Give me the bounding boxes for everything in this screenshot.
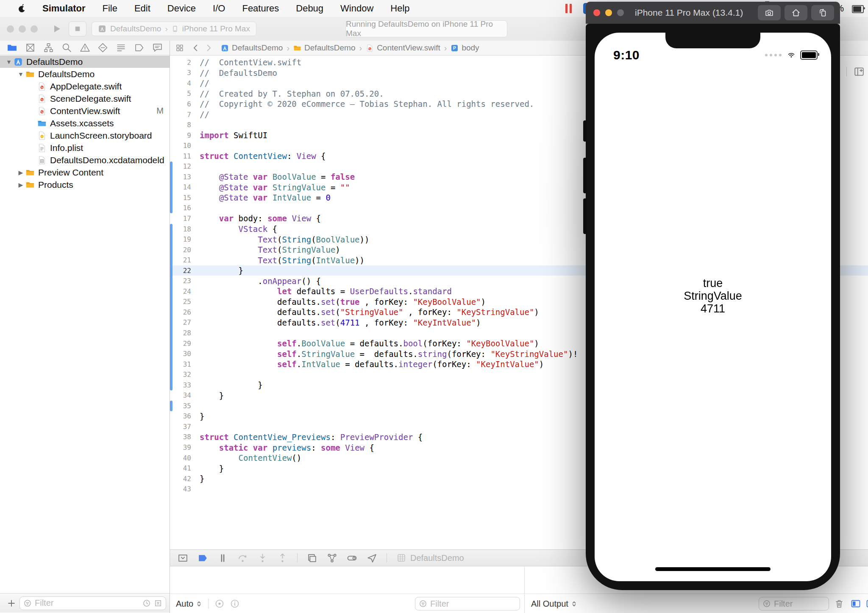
menu-item-edit[interactable]: Edit [134, 3, 150, 14]
menu-item-i-o[interactable]: I/O [213, 3, 225, 14]
menu-item-device[interactable]: Device [167, 3, 196, 14]
console-scope-button[interactable]: All Output [531, 599, 577, 609]
line-number[interactable]: 3 [170, 69, 197, 77]
sidebar-item-assets-xcassets[interactable]: Assets.xcassets [0, 117, 170, 129]
line-number[interactable]: 12 [170, 162, 197, 170]
line-number[interactable]: 21 [170, 256, 197, 264]
line-number[interactable]: 15 [170, 194, 197, 202]
iphone-screen[interactable]: 9:10 trueStringValue4711 [595, 33, 831, 581]
sidebar-item-appdelegate-swift[interactable]: AppDelegate.swift [0, 80, 170, 92]
line-number[interactable]: 33 [170, 381, 197, 389]
sidebar-item-defaultsdemo[interactable]: ▼DefaultsDemo [0, 68, 170, 80]
breadcrumb-item-contentview-swift[interactable]: ContentView.swift [366, 43, 440, 53]
navigator-tab-tests-icon[interactable] [97, 42, 108, 53]
scheme-selector[interactable]: DefaultsDemo › iPhone 11 Pro Max [92, 22, 256, 36]
environment-overrides-button[interactable] [347, 553, 357, 563]
variables-scope-button[interactable]: Auto [176, 599, 202, 609]
line-number[interactable]: 39 [170, 443, 197, 451]
line-number[interactable]: 36 [170, 412, 197, 420]
line-number[interactable]: 29 [170, 340, 197, 348]
line-number[interactable]: 26 [170, 308, 197, 316]
debug-view-hierarchy-button[interactable] [307, 553, 317, 563]
line-number[interactable]: 32 [170, 371, 197, 379]
line-number[interactable]: 18 [170, 225, 197, 233]
pause-execution-button[interactable] [217, 553, 228, 563]
line-number[interactable]: 8 [170, 121, 197, 129]
disclosure-triangle[interactable]: ▶ [16, 181, 25, 188]
sidebar-item-preview-content[interactable]: ▶Preview Content [0, 166, 170, 178]
line-number[interactable]: 35 [170, 402, 197, 410]
line-number[interactable]: 7 [170, 111, 197, 119]
simulator-window-controls[interactable] [593, 9, 629, 16]
toggle-console-button[interactable] [865, 599, 868, 609]
line-number[interactable]: 30 [170, 350, 197, 358]
run-button[interactable] [48, 22, 65, 36]
line-number[interactable]: 9 [170, 131, 197, 139]
line-number[interactable]: 40 [170, 454, 197, 462]
navigator-tab-symbols-icon[interactable] [43, 42, 54, 53]
navigator-tab-issues-icon[interactable] [80, 42, 90, 53]
line-number[interactable]: 38 [170, 433, 197, 441]
line-number[interactable]: 2 [170, 59, 197, 67]
line-number[interactable]: 43 [170, 485, 197, 493]
add-editor-icon[interactable] [854, 66, 865, 77]
home-button[interactable] [785, 5, 807, 20]
menu-item-window[interactable]: Window [340, 3, 373, 14]
disclosure-triangle[interactable]: ▼ [16, 71, 25, 78]
navigator-tab-debug-icon[interactable] [116, 42, 126, 53]
variables-filter-field[interactable]: Filter [415, 597, 520, 610]
hide-debug-area-button[interactable] [178, 553, 188, 563]
line-number[interactable]: 28 [170, 329, 197, 337]
step-into-button[interactable] [257, 553, 268, 563]
line-number[interactable]: 27 [170, 318, 197, 326]
sidebar-item-contentview-swift[interactable]: ContentView.swiftM [0, 105, 170, 117]
breadcrumb-item-defaultsdemo[interactable]: DefaultsDemo [221, 43, 283, 53]
line-number[interactable]: 17 [170, 215, 197, 223]
navigator-tab-reports-icon[interactable] [152, 42, 163, 53]
back-button[interactable] [191, 43, 200, 53]
battery-icon[interactable] [852, 3, 864, 14]
line-number[interactable]: 5 [170, 89, 197, 98]
process-chip[interactable]: DefaultsDemo [396, 553, 464, 563]
line-number[interactable]: 42 [170, 475, 197, 483]
breadcrumb-item-defaultsdemo[interactable]: DefaultsDemo [293, 43, 355, 53]
navigator-tab-breakpoints-icon[interactable] [134, 42, 145, 53]
menu-item-help[interactable]: Help [390, 3, 409, 14]
quicklook-icon[interactable] [214, 599, 225, 609]
add-button[interactable] [7, 599, 16, 608]
navigator-tab-find-icon[interactable] [61, 42, 72, 53]
stop-button[interactable] [69, 21, 86, 36]
disclosure-triangle[interactable]: ▼ [4, 59, 14, 65]
line-number[interactable]: 11 [170, 152, 197, 160]
navigator-tab-source-control-icon[interactable] [25, 42, 36, 53]
source-control-status-icon[interactable] [154, 599, 162, 607]
pause-red-icon[interactable] [563, 3, 575, 14]
close-button[interactable] [593, 9, 600, 16]
line-number[interactable]: 23 [170, 277, 197, 285]
line-number[interactable]: 14 [170, 183, 197, 191]
screenshot-button[interactable] [758, 5, 781, 20]
step-over-button[interactable] [237, 553, 248, 563]
line-number[interactable]: 19 [170, 235, 197, 243]
line-number[interactable]: 6 [170, 100, 197, 108]
debug-memory-graph-button[interactable] [327, 553, 337, 563]
toggle-variables-view-button[interactable] [849, 599, 862, 609]
recent-files-icon[interactable] [142, 599, 151, 607]
menu-item-file[interactable]: File [102, 3, 117, 14]
sidebar-item-defaultsdemo-xcdatamodeld[interactable]: DefaultsDemo.xcdatamodeld [0, 154, 170, 166]
line-number[interactable]: 10 [170, 142, 197, 150]
line-number[interactable]: 16 [170, 204, 197, 212]
sidebar-item-info-plist[interactable]: Info.plist [0, 142, 170, 154]
apple-menu-icon[interactable] [17, 3, 27, 14]
line-number[interactable]: 13 [170, 173, 197, 181]
rotate-button[interactable] [811, 5, 834, 20]
sidebar-item-defaultsdemo[interactable]: ▼DefaultsDemo [0, 56, 170, 68]
simulator-title-bar[interactable]: iPhone 11 Pro Max (13.4.1) [586, 2, 840, 24]
minimize-button[interactable] [605, 9, 612, 16]
window-controls[interactable] [7, 25, 42, 33]
line-number[interactable]: 22 [170, 267, 197, 275]
sidebar-item-scenedelegate-swift[interactable]: SceneDelegate.swift [0, 92, 170, 105]
breadcrumb-item-body[interactable]: Pbody [451, 43, 479, 53]
line-number[interactable]: 41 [170, 464, 197, 472]
menu-item-debug[interactable]: Debug [296, 3, 323, 14]
